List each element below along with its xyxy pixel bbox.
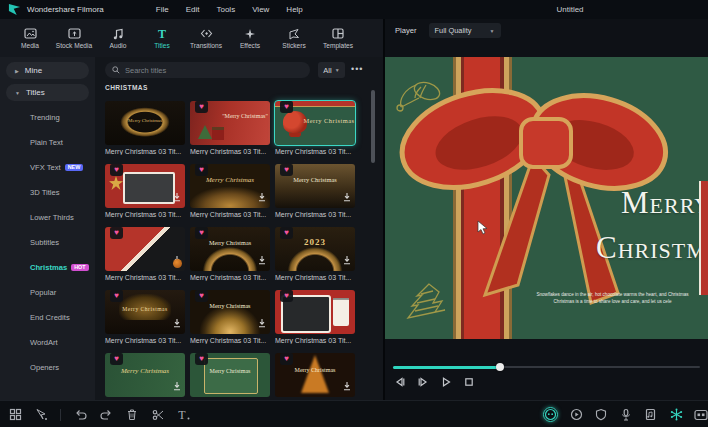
split-button[interactable] xyxy=(151,408,165,422)
text-tool-button[interactable]: T xyxy=(177,408,191,422)
shield-button[interactable] xyxy=(594,408,608,422)
quality-dropdown[interactable]: Full Quality ▼ xyxy=(429,23,501,38)
favorite-heart-icon[interactable]: ♥ xyxy=(110,353,123,365)
download-icon[interactable] xyxy=(342,251,352,269)
template-thumbnail-6[interactable]: Merry Christmas♥ xyxy=(275,164,355,208)
favorite-heart-icon[interactable]: ♥ xyxy=(110,164,123,176)
template-thumbnail-7[interactable]: ♥ xyxy=(105,227,185,271)
sidebar-item-christmas[interactable]: ChristmasHOT xyxy=(0,255,95,280)
filmora-window: Wondershare Filmora FileEditToolsViewHel… xyxy=(0,0,708,427)
tab-templates[interactable]: Templates xyxy=(316,19,360,57)
download-icon[interactable] xyxy=(172,377,182,395)
keyframe-button[interactable] xyxy=(694,408,708,422)
more-options-button[interactable]: ••• xyxy=(351,64,363,74)
favorite-heart-icon[interactable]: ♥ xyxy=(195,290,208,302)
sidebar-group-titles[interactable]: ▼Titles xyxy=(6,84,89,101)
stop-button[interactable] xyxy=(462,376,476,390)
scrollbar-thumb[interactable] xyxy=(371,90,375,163)
sidebar-item-plain-text[interactable]: Plain Text xyxy=(0,130,95,155)
favorite-heart-icon[interactable]: ♥ xyxy=(195,101,208,113)
template-thumbnail-12[interactable]: ♥ xyxy=(275,290,355,334)
grid-button[interactable] xyxy=(8,408,22,422)
download-icon[interactable] xyxy=(172,188,182,206)
template-thumbnail-8[interactable]: Merry Christmas♥ xyxy=(190,227,270,271)
snowflake-button[interactable] xyxy=(669,408,683,422)
sidebar-group-mine[interactable]: ▶Mine xyxy=(6,62,89,79)
sidebar-item-popular[interactable]: Popular xyxy=(0,280,95,305)
tab-transitions[interactable]: Transitions xyxy=(184,19,228,57)
download-icon[interactable] xyxy=(172,314,182,332)
tab-effects[interactable]: Effects xyxy=(228,19,272,57)
search-box[interactable] xyxy=(105,62,310,78)
grid-scrollbar[interactable] xyxy=(371,57,376,400)
template-caption: Merry Christmas 03 Tit... xyxy=(105,148,185,155)
next-frame-button[interactable] xyxy=(416,376,430,390)
favorite-heart-icon[interactable]: ♥ xyxy=(110,290,123,302)
snowflake-icon xyxy=(670,408,683,421)
svg-text:T: T xyxy=(158,28,166,40)
sidebar-item-end-credits[interactable]: End Credits xyxy=(0,305,95,330)
favorite-heart-icon[interactable]: ♥ xyxy=(280,101,293,113)
sidebar-item-trending[interactable]: Trending xyxy=(0,105,95,130)
sidebar-item-lower-thirds[interactable]: Lower Thirds xyxy=(0,205,95,230)
download-icon[interactable] xyxy=(257,188,267,206)
template-thumbnail-3[interactable]: Merry Christmas♥ xyxy=(275,101,355,145)
sidebar-item-3d-titles[interactable]: 3D Titles xyxy=(0,180,95,205)
tab-label: Effects xyxy=(240,42,260,49)
template-thumbnail-2[interactable]: "Merry Christmas"♥ xyxy=(190,101,270,145)
menu-edit[interactable]: Edit xyxy=(186,5,200,14)
template-thumbnail-10[interactable]: Merry Christmas♥ xyxy=(105,290,185,334)
tab-stickers[interactable]: Stickers xyxy=(272,19,316,57)
search-input[interactable] xyxy=(125,66,275,75)
template-thumbnail-15[interactable]: Merry Christmas♥ xyxy=(275,353,355,397)
tab-media[interactable]: Media xyxy=(8,19,52,57)
tab-titles[interactable]: TTitles xyxy=(140,19,184,57)
favorite-heart-icon[interactable]: ♥ xyxy=(280,227,293,239)
favorite-heart-icon[interactable]: ♥ xyxy=(280,353,293,365)
download-icon[interactable] xyxy=(342,377,352,395)
music-button[interactable] xyxy=(644,408,658,422)
download-icon[interactable] xyxy=(172,251,182,269)
undo-button[interactable] xyxy=(73,408,87,422)
tab-audio[interactable]: Audio xyxy=(96,19,140,57)
video-preview[interactable]: Merry Christmas Snowflakes dance in the … xyxy=(385,57,708,339)
record-button[interactable] xyxy=(543,407,558,422)
sidebar-item-wordart[interactable]: WordArt xyxy=(0,330,95,355)
template-thumbnail-4[interactable]: ♥ xyxy=(105,164,185,208)
menu-file[interactable]: File xyxy=(156,5,169,14)
sidebar-item-vfx-text[interactable]: VFX TextNEW xyxy=(0,155,95,180)
template-thumbnail-14[interactable]: Merry Christmas♥ xyxy=(190,353,270,397)
template-thumbnail-1[interactable]: Merry Christmas xyxy=(105,101,185,145)
favorite-heart-icon[interactable]: ♥ xyxy=(280,290,293,302)
mic-button[interactable] xyxy=(619,408,633,422)
menu-view[interactable]: View xyxy=(252,5,269,14)
progress-handle[interactable] xyxy=(496,363,504,371)
preview-body-text: Snowflakes dance in the air, hot chocola… xyxy=(510,292,708,306)
trash-button[interactable] xyxy=(125,408,139,422)
favorite-heart-icon[interactable]: ♥ xyxy=(110,227,123,239)
prev-frame-button[interactable] xyxy=(393,376,407,390)
template-thumbnail-5[interactable]: Merry Christmas♥ xyxy=(190,164,270,208)
favorite-heart-icon[interactable]: ♥ xyxy=(280,164,293,176)
tab-stock-media[interactable]: Stock Media xyxy=(52,19,96,57)
menu-help[interactable]: Help xyxy=(286,5,302,14)
template-thumbnail-13[interactable]: Merry Christmas♥ xyxy=(105,353,185,397)
sidebar-item-subtitles[interactable]: Subtitles xyxy=(0,230,95,255)
template-thumbnail-9[interactable]: 2023♥ xyxy=(275,227,355,271)
favorite-heart-icon[interactable]: ♥ xyxy=(195,164,208,176)
download-icon[interactable] xyxy=(257,314,267,332)
template-thumbnail-11[interactable]: Merry Christmas♥ xyxy=(190,290,270,334)
filter-dropdown[interactable]: All ▼ xyxy=(318,62,345,78)
sidebar-item-openers[interactable]: Openers xyxy=(0,355,95,380)
download-icon[interactable] xyxy=(257,251,267,269)
play-button[interactable] xyxy=(439,376,453,390)
pointer-button[interactable] xyxy=(34,408,48,422)
redo-button[interactable] xyxy=(99,408,113,422)
favorite-heart-icon[interactable]: ♥ xyxy=(195,227,208,239)
download-icon[interactable] xyxy=(342,188,352,206)
playback-progress[interactable] xyxy=(393,363,700,371)
play-circle-button[interactable] xyxy=(569,408,583,422)
titlebar: Wondershare Filmora FileEditToolsViewHel… xyxy=(0,0,708,19)
favorite-heart-icon[interactable]: ♥ xyxy=(195,353,208,365)
menu-tools[interactable]: Tools xyxy=(216,5,235,14)
